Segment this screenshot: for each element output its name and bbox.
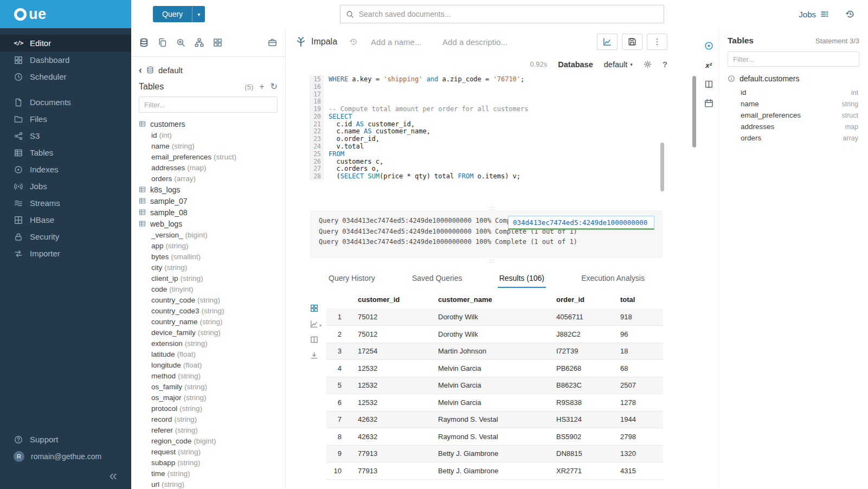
sidebar-item-s3[interactable]: S3 xyxy=(0,127,131,144)
column-item[interactable]: protocol(string) xyxy=(131,403,285,414)
more-actions-button[interactable]: ⋮ xyxy=(647,34,667,50)
results-chart-button[interactable]: ▾ xyxy=(310,320,326,328)
result-cell[interactable]: 96 xyxy=(614,326,663,343)
column-header-total[interactable]: total xyxy=(614,292,663,308)
result-cell[interactable]: HS3124 xyxy=(550,411,614,428)
result-cell[interactable]: Dorothy Wilk xyxy=(432,326,550,343)
column-item[interactable]: country_code(string) xyxy=(131,294,285,305)
result-cell[interactable]: 1320 xyxy=(614,445,663,462)
editor-assistant-button[interactable] xyxy=(704,41,713,50)
relationships-toolbar-button[interactable] xyxy=(195,38,204,47)
column-item[interactable]: name(string) xyxy=(131,140,285,151)
tab-saved-queries[interactable]: Saved Queries xyxy=(410,271,464,288)
column-item-name[interactable]: namestring xyxy=(728,98,859,110)
result-row[interactable]: 317254Martin JohnsonI72T3918 xyxy=(326,343,663,360)
column-item[interactable]: os_family(string) xyxy=(131,381,285,392)
result-cell[interactable]: 17254 xyxy=(351,343,432,360)
column-item[interactable]: subapp(string) xyxy=(131,457,285,468)
database-breadcrumb[interactable]: default xyxy=(158,66,183,75)
functions-button[interactable]: x² xyxy=(705,60,712,70)
column-item[interactable]: addresses(map) xyxy=(131,162,285,173)
result-cell[interactable]: 2507 xyxy=(614,377,663,394)
result-cell[interactable]: 12532 xyxy=(351,394,432,411)
resize-handle-bottom[interactable] xyxy=(286,258,699,263)
column-item[interactable]: client_ip(string) xyxy=(131,273,285,284)
sidebar-item-scheduler[interactable]: Scheduler xyxy=(0,68,131,85)
result-cell[interactable]: Martin Johnson xyxy=(432,343,550,360)
result-cell[interactable]: 4056711 xyxy=(550,308,614,326)
result-row[interactable]: 412532Melvin GarciaPB626868 xyxy=(326,360,663,377)
sidebar-item-files[interactable]: Files xyxy=(0,111,131,127)
column-item[interactable]: referer(string) xyxy=(131,424,285,435)
apps-toolbar-button[interactable] xyxy=(213,38,222,47)
column-item[interactable]: region_code(bigint) xyxy=(131,435,285,446)
column-item[interactable]: id(int) xyxy=(131,130,285,140)
column-item[interactable]: time(string) xyxy=(131,468,285,479)
query-button-caret[interactable]: ▾ xyxy=(192,6,205,22)
documents-toolbar-button[interactable] xyxy=(158,38,167,47)
result-cell[interactable]: BS5902 xyxy=(550,428,614,446)
language-reference-button[interactable] xyxy=(704,80,713,89)
result-cell[interactable]: 75012 xyxy=(351,326,432,343)
query-history-button[interactable] xyxy=(845,9,855,19)
result-cell[interactable]: Dorothy Wilk xyxy=(432,308,550,326)
result-cell[interactable]: R9S838 xyxy=(550,394,614,411)
column-header-order-id[interactable]: order_id xyxy=(550,292,614,308)
database-select[interactable]: default ▾ xyxy=(604,60,633,69)
tab-query-history[interactable]: Query History xyxy=(327,271,377,288)
search-input[interactable] xyxy=(359,10,658,18)
refresh-tables-button[interactable]: ↻ xyxy=(271,82,278,91)
result-cell[interactable]: Betty J. Giambrone xyxy=(432,445,550,462)
column-item[interactable]: email_preferences(struct) xyxy=(131,151,285,162)
column-item[interactable]: country_code3(string) xyxy=(131,305,285,316)
result-cell[interactable]: Melvin Garcia xyxy=(432,377,550,394)
column-item[interactable]: city(string) xyxy=(131,262,285,273)
result-cell[interactable]: 75012 xyxy=(351,308,432,326)
result-row[interactable]: 175012Dorothy Wilk4056711918 xyxy=(326,308,663,326)
sidebar-item-importer[interactable]: Importer xyxy=(0,245,131,262)
result-cell[interactable]: 2798 xyxy=(614,428,663,446)
result-cell[interactable]: 1278 xyxy=(614,394,663,411)
back-button[interactable]: ‹ xyxy=(139,65,142,75)
result-cell[interactable]: 42632 xyxy=(351,428,432,446)
result-cell[interactable]: 1944 xyxy=(614,411,663,428)
result-cell[interactable]: Melvin Garcia xyxy=(432,394,550,411)
right-panel-filter-input[interactable] xyxy=(728,52,859,67)
result-cell[interactable]: Raymond S. Vestal xyxy=(432,411,550,428)
settings-button[interactable] xyxy=(644,60,652,68)
table-item-web_logs[interactable]: web_logs xyxy=(131,218,285,229)
tables-filter-input[interactable] xyxy=(139,96,278,113)
sidebar-item-streams[interactable]: Streams xyxy=(0,195,131,211)
result-row[interactable]: 512532Melvin GarciaB8623C2507 xyxy=(326,377,663,394)
table-item-k8s_logs[interactable]: k8s_logs xyxy=(131,184,285,195)
jobs-link[interactable]: Jobs xyxy=(799,10,829,19)
save-button[interactable] xyxy=(622,34,642,50)
result-cell[interactable]: 18 xyxy=(614,343,663,360)
result-row[interactable]: 742632Raymond S. VestalHS31241944 xyxy=(326,411,663,428)
result-cell[interactable]: 77913 xyxy=(351,445,432,462)
column-item[interactable]: code(tinyint) xyxy=(131,284,285,294)
column-item-email_preferences[interactable]: email_preferencesstruct xyxy=(728,110,859,121)
column-header-customer-name[interactable]: customer_name xyxy=(432,292,550,308)
hue-logo[interactable]: ue xyxy=(0,0,131,28)
editor-scrollbar[interactable] xyxy=(660,143,664,191)
add-table-button[interactable]: + xyxy=(259,82,264,91)
column-item[interactable]: app(string) xyxy=(131,240,285,251)
sidebar-item-hbase[interactable]: HBase xyxy=(0,211,131,228)
result-row[interactable]: 977913Betty J. GiambroneDN88151320 xyxy=(326,445,663,462)
main-scrollbar[interactable] xyxy=(692,76,696,147)
column-header-customer-id[interactable]: customer_id xyxy=(351,292,432,308)
sidebar-item-documents[interactable]: Documents xyxy=(0,94,131,111)
result-cell[interactable]: PB6268 xyxy=(550,360,614,377)
resize-handle-top[interactable] xyxy=(286,205,699,210)
result-cell[interactable]: 4315 xyxy=(614,462,663,480)
result-cell[interactable]: Raymond S. Vestal xyxy=(432,428,550,446)
schedule-button[interactable] xyxy=(704,99,713,108)
support-link[interactable]: Support xyxy=(0,431,131,448)
engine-name[interactable]: Impala xyxy=(311,37,337,47)
result-row[interactable]: 612532Melvin GarciaR9S8381278 xyxy=(326,394,663,411)
column-item[interactable]: extension(string) xyxy=(131,338,285,349)
query-description-input[interactable] xyxy=(442,37,512,47)
result-cell[interactable]: 918 xyxy=(614,308,663,326)
column-item[interactable]: country_name(string) xyxy=(131,316,285,327)
